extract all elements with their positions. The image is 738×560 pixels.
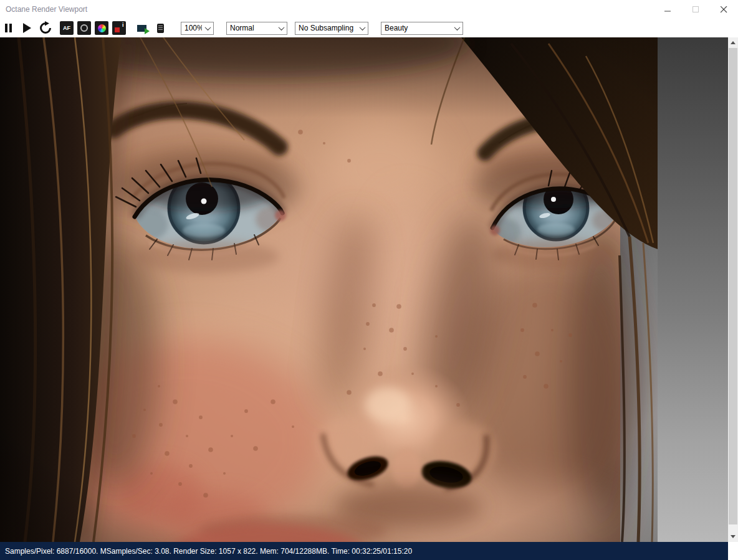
- arrow-up-icon: [731, 41, 736, 44]
- zoom-value: 100%: [184, 24, 202, 32]
- status-text: Samples/Pixel: 6887/16000. MSamples/Sec:…: [5, 547, 412, 556]
- subsampling-value: No Subsampling: [299, 24, 357, 32]
- color-wheel-icon: [98, 24, 106, 32]
- display-mode-value: Normal: [230, 24, 276, 32]
- zoom-dropdown[interactable]: 100%: [181, 22, 214, 35]
- aperture-picker-button[interactable]: [77, 21, 91, 35]
- info-icon: [115, 24, 124, 32]
- vignette: [0, 37, 658, 542]
- pause-button[interactable]: [1, 21, 15, 35]
- scrollbar-down-button[interactable]: [728, 531, 738, 542]
- toolbar: AF 100% Normal No Subsampling Beauty: [0, 19, 738, 37]
- render-log-button[interactable]: [153, 21, 167, 35]
- chevron-down-icon: [279, 24, 285, 31]
- chevron-down-icon: [205, 24, 211, 31]
- octane-render-viewport-window: Octane Render Viewport AF: [0, 0, 738, 560]
- autofocus-picker-button[interactable]: AF: [60, 21, 74, 35]
- pixel-info-button[interactable]: [112, 21, 126, 35]
- titlebar: Octane Render Viewport: [0, 0, 738, 19]
- maximize-button[interactable]: [682, 0, 710, 19]
- window-controls: [654, 0, 738, 19]
- scrollbar-thumb[interactable]: [729, 48, 737, 524]
- render-pass-dropdown[interactable]: Beauty: [381, 22, 463, 35]
- aperture-icon: [80, 24, 88, 32]
- chevron-down-icon: [454, 24, 461, 31]
- save-image-icon: [137, 25, 146, 32]
- window-title: Octane Render Viewport: [0, 5, 654, 14]
- close-icon: [721, 6, 727, 13]
- vertical-scrollbar[interactable]: [728, 37, 738, 542]
- play-icon: [23, 23, 31, 33]
- viewport-background: [658, 37, 728, 542]
- af-icon: AF: [63, 25, 70, 31]
- pause-icon: [5, 24, 12, 32]
- play-button[interactable]: [20, 21, 34, 35]
- arrow-down-icon: [731, 535, 736, 538]
- minimize-button[interactable]: [654, 0, 682, 19]
- statusbar: Samples/Pixel: 6887/16000. MSamples/Sec:…: [0, 542, 728, 560]
- statusbar-corner: [728, 542, 738, 560]
- subsampling-dropdown[interactable]: No Subsampling: [295, 22, 368, 35]
- scrollbar-up-button[interactable]: [728, 37, 738, 48]
- restart-icon: [39, 21, 52, 35]
- render-viewport[interactable]: [0, 37, 728, 542]
- render-pass-value: Beauty: [385, 24, 451, 32]
- display-mode-dropdown[interactable]: Normal: [226, 22, 287, 35]
- save-render-button[interactable]: [135, 21, 148, 35]
- white-balance-picker-button[interactable]: [95, 21, 108, 35]
- maximize-icon: [692, 6, 699, 13]
- render-image: [0, 37, 658, 542]
- close-button[interactable]: [710, 0, 738, 19]
- render-log-icon: [157, 24, 164, 33]
- chevron-down-icon: [360, 24, 366, 31]
- minimize-icon: [664, 6, 671, 13]
- restart-render-button[interactable]: [39, 21, 52, 35]
